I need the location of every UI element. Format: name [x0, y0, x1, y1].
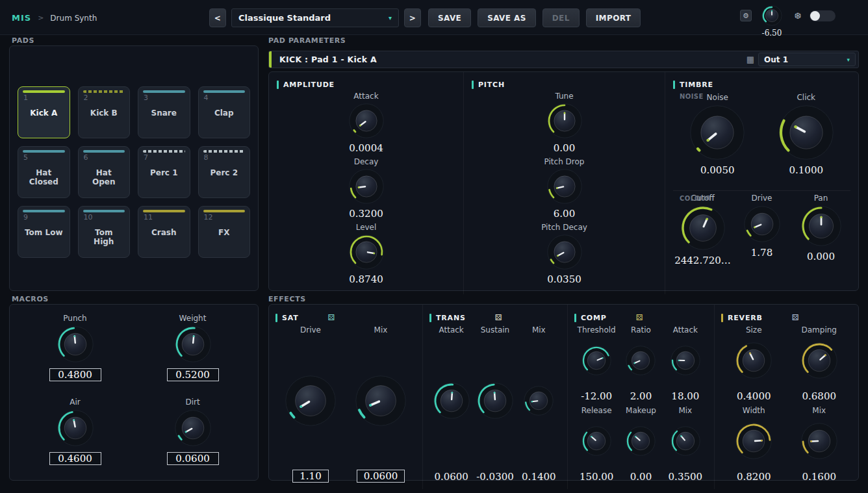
drive-knob[interactable] [285, 375, 336, 429]
size-knob[interactable] [735, 342, 772, 381]
dice-icon[interactable]: ⚄ [636, 313, 643, 322]
preset-next-button[interactable]: > [404, 8, 421, 27]
dirt-value[interactable]: 0.0600 [167, 452, 219, 465]
drive-value[interactable]: 1.10 [292, 470, 329, 483]
pad-number: 2 [84, 94, 125, 102]
tune-knob[interactable] [547, 103, 582, 138]
decay-knob[interactable] [349, 169, 384, 204]
pad-number: 9 [23, 213, 64, 221]
dice-icon[interactable]: ⚄ [495, 313, 502, 322]
level-knob-group: Level 0.8740 [349, 223, 384, 288]
width-knob[interactable] [735, 423, 772, 462]
pad-header-label: KICK : Pad 1 - Kick A [279, 55, 377, 64]
dice-icon[interactable]: ⚄ [328, 313, 335, 322]
attack-knob[interactable] [433, 383, 470, 422]
weight-value[interactable]: 0.5200 [167, 368, 219, 381]
pad-3-snare[interactable]: 3Snare [138, 86, 190, 138]
mix-label: Mix [346, 325, 416, 338]
mix-knob[interactable] [801, 423, 837, 462]
makeup-knob[interactable] [626, 426, 656, 459]
noise-knob[interactable] [690, 105, 745, 160]
damping-knob[interactable] [801, 342, 837, 381]
mix-value: 0.3500 [669, 471, 703, 483]
threshold-value: -12.00 [581, 390, 612, 402]
top-bar: MIS > Drum Synth < Classique Standard ▾ … [0, 0, 868, 35]
master-toggle[interactable] [810, 10, 836, 21]
timbre-colour-group: COLOUR Cutoff 2442.720…Drive 1.78Pan 0.0… [673, 190, 850, 289]
release-knob[interactable] [581, 426, 611, 459]
preset-select[interactable]: Classique Standard ▾ [231, 8, 399, 27]
colour-sublabel: COLOUR [680, 195, 711, 202]
noise-sublabel: NOISE [680, 93, 704, 100]
mix-value[interactable]: 0.0600 [357, 470, 405, 483]
release-label: Release [574, 406, 619, 418]
dirt-knob[interactable] [175, 410, 211, 446]
effects-panel: SAT ⚄ DriveMix 1.100.0600 TRANS ⚄ Attack… [268, 304, 859, 481]
level-knob[interactable] [349, 234, 384, 270]
weight-knob[interactable] [175, 326, 211, 362]
click-knob[interactable] [779, 105, 834, 160]
import-button[interactable]: IMPORT [586, 8, 641, 27]
attack-label: Attack [353, 92, 378, 101]
pad-name: Hat Closed [23, 168, 64, 186]
pad-4-clap[interactable]: 4Clap [198, 86, 251, 138]
pitch-drop-knob[interactable] [547, 169, 582, 204]
threshold-label: Threshold [574, 325, 619, 338]
click-knob-group: Click 0.1000 [762, 93, 851, 190]
snowflake-icon[interactable]: ❆ [792, 10, 804, 21]
pad-number: 6 [84, 153, 125, 162]
pad-1-kick-a[interactable]: 1Kick A [18, 86, 70, 138]
save-button[interactable]: SAVE [428, 8, 471, 27]
pad-12-fx[interactable]: 12FX [198, 206, 251, 258]
pad-9-tom-low[interactable]: 9Tom Low [18, 206, 70, 258]
pad-color-bar [203, 90, 246, 93]
output-select[interactable]: Out 1 ▾ [758, 53, 856, 66]
pad-11-crash[interactable]: 11Crash [138, 206, 190, 258]
air-value[interactable]: 0.4600 [49, 452, 101, 465]
level-value: 0.8740 [349, 273, 383, 285]
pad-color-bar [23, 90, 65, 93]
punch-knob[interactable] [57, 326, 94, 362]
pad-5-hat-closed[interactable]: 5Hat Closed [18, 146, 70, 198]
attack-knob[interactable] [349, 103, 384, 138]
ratio-knob[interactable] [626, 346, 656, 378]
pitch-decay-label: Pitch Decay [541, 223, 587, 232]
pad-8-perc-2[interactable]: 8Perc 2 [198, 146, 251, 198]
pad-color-bar [143, 150, 185, 153]
master-volume-knob[interactable] [761, 5, 782, 29]
pad-parameters-panel: AMPLITUDE Attack 0.0004Decay 0.3200Level… [268, 71, 859, 291]
size-value: 0.4000 [737, 390, 771, 402]
breadcrumb-app-name: Drum Synth [50, 14, 97, 23]
pad-7-perc-1[interactable]: 7Perc 1 [138, 146, 190, 198]
pad-name: Clap [204, 108, 245, 118]
cutoff-knob[interactable] [681, 206, 725, 250]
mix-knob[interactable] [355, 375, 406, 429]
dice-icon[interactable]: ⚄ [792, 313, 798, 322]
app-logo[interactable]: MIS [12, 13, 31, 23]
drive-knob[interactable] [744, 206, 780, 242]
pad-6-hat-open[interactable]: 6Hat Open [78, 146, 131, 198]
air-knob[interactable] [57, 410, 94, 446]
section-accent [275, 314, 277, 322]
attack-knob[interactable] [670, 346, 700, 378]
mix-knob[interactable] [524, 386, 554, 418]
pad-parameters-title: PAD PARAMETERS [268, 36, 346, 45]
punch-value[interactable]: 0.4800 [49, 368, 101, 381]
output-routing-icon: ▦ [747, 55, 754, 64]
pitch-decay-knob[interactable] [547, 234, 582, 270]
pan-knob[interactable] [801, 206, 841, 246]
delete-button[interactable]: DEL [542, 8, 580, 27]
weight-label: Weight [179, 314, 207, 323]
pads-title: PADS [12, 36, 34, 45]
save-as-button[interactable]: SAVE AS [478, 8, 536, 27]
sustain-knob[interactable] [477, 383, 513, 422]
mix-knob[interactable] [670, 426, 700, 459]
pad-2-kick-b[interactable]: 2Kick B [78, 86, 131, 138]
preset-prev-button[interactable]: < [209, 8, 226, 27]
damping-label: Damping [787, 325, 852, 338]
macros-title: MACROS [12, 295, 49, 303]
pad-10-tom-high[interactable]: 10Tom High [78, 206, 131, 258]
threshold-knob[interactable] [581, 346, 611, 378]
decay-value: 0.3200 [349, 208, 383, 220]
settings-icon[interactable]: ⚙ [740, 10, 752, 21]
